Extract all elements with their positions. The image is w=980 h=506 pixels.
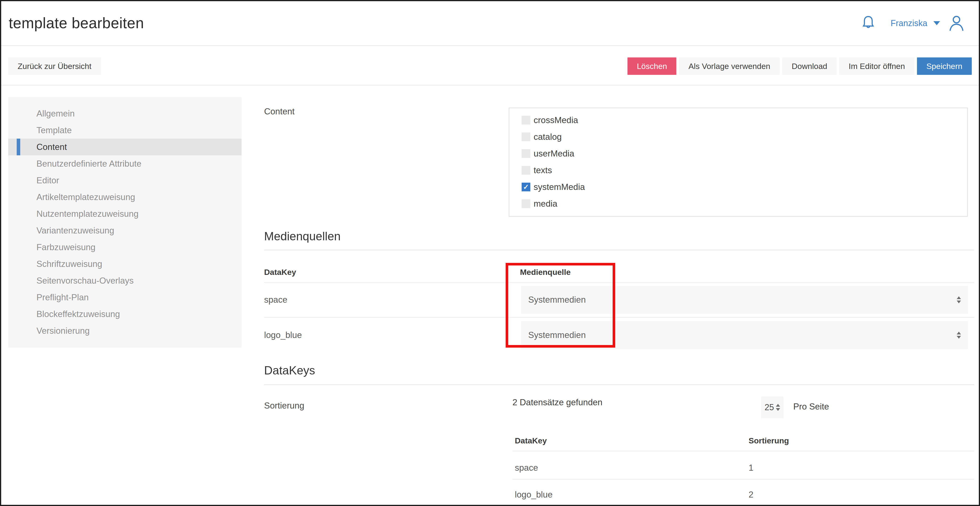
result-count: 2 Datensätze gefunden	[512, 397, 603, 407]
select-spinner-icon	[776, 404, 780, 411]
sidebar: Allgemein Template Content Benutzerdefin…	[8, 97, 242, 348]
sidebar-item-label: Farbzuweisung	[37, 243, 95, 252]
sidebar-item-label: Editor	[37, 176, 59, 185]
checkbox-option-media[interactable]: media	[509, 195, 967, 212]
sidebar-item-label: Template	[37, 125, 72, 135]
sortierung-cell: 1	[749, 463, 754, 473]
checkbox[interactable]	[522, 166, 530, 175]
sidebar-item-label: Nutzentemplatezuweisung	[37, 209, 138, 219]
checkbox[interactable]	[522, 183, 530, 192]
datakeys-heading: DataKeys	[264, 364, 315, 377]
checkbox-option-crossmedia[interactable]: crossMedia	[509, 112, 967, 129]
user-menu-button[interactable]	[947, 14, 966, 33]
sidebar-item-label: Blockeffektzuweisung	[37, 309, 120, 319]
checkbox-option-systemmedia[interactable]: systemMedia	[509, 179, 967, 195]
open-in-editor-button[interactable]: Im Editor öffnen	[839, 57, 914, 75]
sidebar-item-farbzuweisung[interactable]: Farbzuweisung	[8, 239, 242, 255]
checkbox-label: texts	[534, 166, 552, 176]
select-spinner-icon	[957, 296, 961, 303]
sidebar-item-variantenzuweisung[interactable]: Variantenzuweisung	[8, 222, 242, 239]
divider	[512, 451, 974, 452]
user-name[interactable]: Franziska	[891, 18, 928, 28]
select-value: 25	[765, 402, 774, 412]
user-icon	[947, 14, 966, 33]
column-header-medienquelle: Medienquelle	[520, 268, 571, 277]
sidebar-item-allgemein[interactable]: Allgemein	[8, 105, 242, 122]
datakey-cell: logo_blue	[515, 490, 552, 500]
sidebar-item-template[interactable]: Template	[8, 122, 242, 139]
back-to-overview-button[interactable]: Zurück zur Übersicht	[8, 57, 101, 75]
sidebar-item-label: Preflight-Plan	[37, 292, 89, 302]
toolbar-actions: Löschen Als Vorlage verwenden Download I…	[627, 57, 972, 75]
checkbox[interactable]	[522, 200, 530, 208]
column-header-sortierung: Sortierung	[749, 436, 789, 445]
checkbox-option-texts[interactable]: texts	[509, 162, 967, 179]
datakey-cell: space	[264, 295, 287, 305]
checkbox[interactable]	[522, 149, 530, 158]
checkbox-label: systemMedia	[534, 182, 585, 192]
checkbox-option-usermedia[interactable]: userMedia	[509, 145, 967, 162]
content-field-label: Content	[264, 107, 295, 117]
sidebar-item-label: Variantenzuweisung	[37, 226, 114, 235]
sidebar-item-seitenvorschau-overlays[interactable]: Seitenvorschau-Overlays	[8, 272, 242, 289]
medienquellen-heading: Medienquellen	[264, 230, 340, 243]
divider	[264, 384, 974, 385]
sidebar-item-label: Content	[37, 142, 67, 152]
checkbox-label: catalog	[534, 132, 562, 142]
per-page-label: Pro Seite	[793, 402, 829, 412]
divider	[264, 317, 974, 318]
sidebar-item-label: Versionierung	[37, 326, 90, 335]
column-header-datakey: DataKey	[515, 436, 547, 445]
sidebar-item-label: Schriftzuweisung	[37, 259, 102, 269]
sidebar-item-label: Seitenvorschau-Overlays	[37, 276, 134, 286]
checkbox-label: userMedia	[534, 149, 574, 159]
sortierung-field-label: Sortierung	[264, 401, 304, 411]
page-title: template bearbeiten	[9, 1, 144, 45]
checkbox[interactable]	[522, 116, 530, 125]
select-value: Systemmedien	[528, 295, 586, 305]
sidebar-item-label: Benutzerdefinierte Attribute	[37, 159, 142, 169]
sidebar-item-editor[interactable]: Editor	[8, 172, 242, 189]
select-value: Systemmedien	[528, 330, 586, 340]
checkbox-label: crossMedia	[534, 115, 578, 125]
datakey-cell: logo_blue	[264, 330, 302, 340]
header-right: Franziska	[861, 1, 966, 45]
sidebar-item-content[interactable]: Content	[8, 139, 242, 155]
save-button[interactable]: Speichern	[917, 57, 972, 75]
sidebar-item-schriftzuweisung[interactable]: Schriftzuweisung	[8, 255, 242, 272]
toolbar: Zurück zur Übersicht Löschen Als Vorlage…	[1, 46, 979, 85]
header: template bearbeiten Franziska	[1, 1, 979, 46]
sidebar-item-preflight-plan[interactable]: Preflight-Plan	[8, 289, 242, 306]
notifications-button[interactable]	[861, 14, 876, 32]
sidebar-item-versionierung[interactable]: Versionierung	[8, 322, 242, 339]
template-edit-page: template bearbeiten Franziska Zurück zur…	[0, 0, 980, 506]
sortierung-cell: 2	[749, 490, 754, 500]
sidebar-item-benutzerdefinierte-attribute[interactable]: Benutzerdefinierte Attribute	[8, 155, 242, 172]
page-size-select[interactable]: 25	[761, 397, 783, 418]
checkbox-option-catalog[interactable]: catalog	[509, 129, 967, 145]
sidebar-item-artikeltemplatezuweisung[interactable]: Artikeltemplatezuweisung	[8, 189, 242, 206]
caret-down-icon[interactable]	[934, 21, 940, 25]
download-button[interactable]: Download	[782, 57, 837, 75]
checkbox-label: media	[534, 199, 557, 209]
sidebar-item-blockeffektzuweisung[interactable]: Blockeffektzuweisung	[8, 306, 242, 322]
content-options-panel: crossMedia catalog userMedia texts syste…	[509, 107, 968, 217]
sidebar-item-label: Artikeltemplatezuweisung	[37, 192, 135, 202]
column-header-datakey: DataKey	[264, 268, 296, 277]
delete-button[interactable]: Löschen	[627, 57, 677, 75]
sidebar-item-label: Allgemein	[37, 109, 75, 118]
bell-icon	[861, 14, 876, 32]
sidebar-item-nutzentemplatezuweisung[interactable]: Nutzentemplatezuweisung	[8, 206, 242, 222]
select-spinner-icon	[957, 332, 961, 339]
medienquelle-select-space[interactable]: Systemmedien	[521, 286, 968, 314]
divider	[264, 250, 974, 251]
use-as-template-button[interactable]: Als Vorlage verwenden	[679, 57, 780, 75]
medienquelle-select-logo-blue[interactable]: Systemmedien	[521, 321, 968, 349]
datakey-cell: space	[515, 463, 538, 473]
divider	[264, 282, 974, 283]
divider	[512, 479, 974, 480]
checkbox[interactable]	[522, 132, 530, 141]
